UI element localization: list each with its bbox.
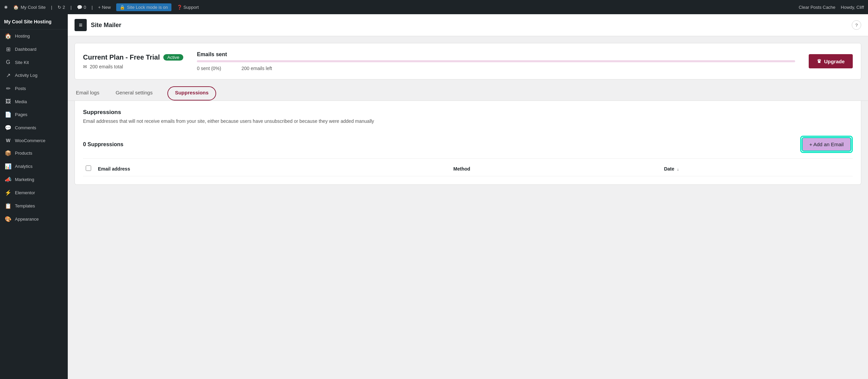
sidebar-item-sitekit[interactable]: G Site Kit [0,56,68,69]
email-address-column-header: Email address [95,161,451,176]
sidebar-item-dashboard[interactable]: ⊞ Dashboard [0,43,68,56]
plugin-header: ≡ Site Mailer ? [68,14,868,36]
method-column-header: Method [451,161,661,176]
revisions-link[interactable]: ↻ 2 [58,5,65,10]
appearance-icon: 🎨 [5,216,12,222]
lock-icon: 🔒 [120,5,125,10]
plan-info: Current Plan - Free Trial Active ✉ 200 e… [83,53,183,69]
support-link[interactable]: ❓ Support [177,5,199,10]
active-badge: Active [163,54,183,61]
elementor-icon: ⚡ [5,190,12,196]
sidebar-item-marketing[interactable]: 📣 Marketing [0,173,68,186]
sidebar-item-templates[interactable]: 📋 Templates [0,199,68,213]
hosting-icon: 🏠 [5,33,12,39]
tab-email-logs[interactable]: Email logs [75,86,101,101]
sidebar-item-pages[interactable]: 📄 Pages [0,108,68,121]
site-name-link[interactable]: 🏠 My Cool Site [13,5,46,10]
emails-sent-label: Emails sent [197,51,795,58]
sidebar-item-hosting[interactable]: 🏠 Hosting [0,29,68,43]
sidebar-item-posts[interactable]: ✏ Posts [0,82,68,95]
date-column-header[interactable]: Date ↓ [661,161,853,176]
sidebar-item-elementor[interactable]: ⚡ Elementor [0,186,68,199]
wordpress-logo-icon[interactable]: ✺ [4,5,8,10]
plan-title: Current Plan - Free Trial Active [83,53,183,61]
email-icon: ✉ [83,64,87,69]
sitekit-icon: G [5,59,12,65]
select-all-checkbox[interactable] [86,165,91,171]
suppressions-actions: 0 Suppressions + Add an Email [83,130,853,159]
dashboard-icon: ⊞ [5,46,12,52]
left-stat: 200 emails left [242,66,272,71]
main-content: ≡ Site Mailer ? Current Plan - Free Tria… [68,14,868,379]
plugin-logo-icon: ≡ [79,22,83,29]
tab-general-settings[interactable]: General settings [114,86,154,101]
add-email-button[interactable]: + Add an Email [803,138,850,151]
suppressions-title: Suppressions [83,109,853,116]
activity-log-icon: ↗ [5,72,12,79]
posts-icon: ✏ [5,85,12,92]
media-icon: 🖼 [5,98,12,105]
sidebar-item-woocommerce[interactable]: W WooCommerce [0,134,68,147]
admin-bar: ✺ 🏠 My Cool Site | ↻ 2 | 💬 0 | + New 🔒 S… [0,0,868,14]
analytics-icon: 📊 [5,163,12,170]
sidebar-item-analytics[interactable]: 📊 Analytics [0,160,68,173]
sidebar-item-products[interactable]: 📦 Products [0,147,68,160]
pages-icon: 📄 [5,111,12,118]
plugin-logo: ≡ [75,19,87,31]
plugin-title: Site Mailer [91,22,121,29]
suppressions-description: Email addresses that will not receive em… [83,118,853,125]
sidebar-title: My Cool Site Hosting [0,14,68,29]
templates-icon: 📋 [5,203,12,209]
comments-icon: 💬 [5,125,12,131]
help-icon: ? [855,23,857,28]
sidebar-item-comments[interactable]: 💬 Comments [0,121,68,134]
support-icon: ❓ [177,5,182,10]
comments-link[interactable]: 💬 0 [77,5,86,10]
site-lock-button[interactable]: 🔒 Site Lock mode is on [116,3,171,11]
upgrade-button[interactable]: ♛ Upgrade [809,54,853,68]
sidebar-item-activity-log[interactable]: ↗ Activity Log [0,69,68,82]
products-icon: 📦 [5,150,12,156]
plan-emails: ✉ 200 emails total [83,64,183,69]
sent-stat: 0 sent (0%) [197,66,221,71]
help-button[interactable]: ? [852,20,861,30]
sidebar-item-media[interactable]: 🖼 Media [0,95,68,108]
new-content-button[interactable]: + New [98,5,111,10]
suppressions-count: 0 Suppressions [83,141,123,148]
sidebar-item-appearance[interactable]: 🎨 Appearance [0,213,68,226]
date-sort-icon: ↓ [677,167,679,171]
clear-cache-button[interactable]: Clear Posts Cache [799,5,835,10]
content-area: Suppressions Email addresses that will n… [75,101,861,185]
woocommerce-icon: W [5,138,12,143]
upgrade-icon: ♛ [817,58,821,64]
select-all-column [83,161,95,176]
howdy-user: Howdy, Cliff [841,5,864,10]
suppressions-table: Email address Method Date ↓ [83,161,853,176]
emails-sent-section: Emails sent 0 sent (0%) 200 emails left [197,51,795,71]
emails-stats: 0 sent (0%) 200 emails left [197,66,795,71]
suppressions-header: Suppressions Email addresses that will n… [83,109,853,125]
tab-suppressions[interactable]: Suppressions [167,86,216,101]
site-home-icon: 🏠 [13,5,19,10]
plan-card: Current Plan - Free Trial Active ✉ 200 e… [75,43,861,80]
marketing-icon: 📣 [5,176,12,183]
tabs-container: Email logs General settings Suppressions [68,80,868,101]
progress-bar [197,60,795,62]
add-email-button-wrapper: + Add an Email [800,136,853,153]
sidebar: My Cool Site Hosting 🏠 Hosting ⊞ Dashboa… [0,14,68,379]
